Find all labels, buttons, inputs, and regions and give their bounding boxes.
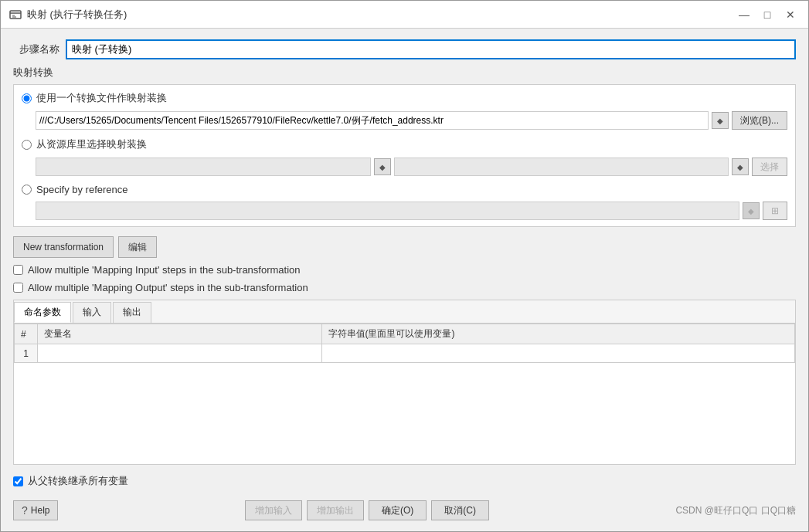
radio-file-label: 使用一个转换文件作映射装换 bbox=[36, 91, 167, 105]
action-buttons-row: New transformation 编辑 bbox=[13, 236, 796, 258]
step-name-input[interactable] bbox=[66, 39, 796, 59]
bottom-buttons-row: ? Help 增加输入 增加输出 确定(O) 取消(C) CSDN @旺仔口Q口… bbox=[13, 496, 796, 524]
col-header-value: 字符串值(里面里可以使用变量) bbox=[321, 324, 795, 344]
window-icon bbox=[8, 8, 22, 22]
tabs-area: 命名参数 输入 输出 # 变量名 字符串值(里面里可以使用变量) bbox=[13, 300, 796, 465]
add-input-button[interactable]: 增加输入 bbox=[245, 500, 302, 520]
tabs-header: 命名参数 输入 输出 bbox=[14, 300, 795, 324]
file-path-input[interactable] bbox=[36, 111, 709, 130]
mapping-section: 映射转换 使用一个转换文件作映射装换 ◆ 浏览(B)... 从资源库里选择映射装… bbox=[13, 66, 796, 227]
add-output-button[interactable]: 增加输出 bbox=[307, 500, 364, 520]
file-path-row: ◆ 浏览(B)... bbox=[36, 111, 787, 130]
allow-output-checkbox[interactable] bbox=[13, 283, 23, 293]
step-name-label: 步骤名称 bbox=[13, 42, 59, 56]
inherit-vars-label: 从父转换继承所有变量 bbox=[28, 474, 128, 488]
maximize-button[interactable]: □ bbox=[757, 6, 777, 23]
row-varname-1[interactable] bbox=[38, 344, 322, 363]
radio-ref-label: Specify by reference bbox=[36, 184, 128, 195]
confirm-button[interactable]: 确定(O) bbox=[369, 500, 427, 520]
watermark: CSDN @旺仔口Q口 口Q口糖 bbox=[675, 504, 796, 517]
file-diamond-btn[interactable]: ◆ bbox=[712, 112, 729, 129]
tab-named-params[interactable]: 命名参数 bbox=[14, 302, 71, 323]
allow-input-checkbox[interactable] bbox=[13, 265, 23, 275]
main-content: 步骤名称 映射转换 使用一个转换文件作映射装换 ◆ 浏览(B)... bbox=[1, 29, 808, 531]
cancel-button[interactable]: 取消(C) bbox=[431, 500, 489, 520]
bottom-center-buttons: 增加输入 增加输出 确定(O) 取消(C) bbox=[245, 500, 489, 520]
radio-repo[interactable] bbox=[22, 140, 32, 150]
repo-diamond-btn-2[interactable]: ◆ bbox=[732, 158, 749, 175]
allow-output-label: Allow multiple 'Mapping Output' steps in… bbox=[28, 282, 308, 293]
allow-input-label: Allow multiple 'Mapping Input' steps in … bbox=[28, 264, 301, 276]
window-controls: — □ ✕ bbox=[734, 6, 801, 23]
table-row: 1 bbox=[15, 344, 795, 363]
col-header-varname: 变量名 bbox=[38, 324, 322, 344]
radio-repo-row: 从资源库里选择映射装换 bbox=[22, 137, 787, 151]
allow-output-checkbox-row: Allow multiple 'Mapping Output' steps in… bbox=[13, 282, 796, 293]
browse-button[interactable]: 浏览(B)... bbox=[732, 111, 787, 130]
help-button[interactable]: ? Help bbox=[13, 500, 58, 520]
minimize-button[interactable]: — bbox=[734, 6, 754, 23]
edit-button[interactable]: 编辑 bbox=[118, 236, 157, 258]
step-name-row: 步骤名称 bbox=[13, 39, 796, 59]
radio-ref-row: Specify by reference bbox=[22, 184, 787, 195]
radio-file[interactable] bbox=[22, 93, 32, 103]
repo-input-2[interactable] bbox=[394, 158, 729, 176]
row-num-1: 1 bbox=[15, 344, 38, 363]
help-label: Help bbox=[31, 505, 50, 516]
tab-content-named-params: # 变量名 字符串值(里面里可以使用变量) 1 bbox=[14, 324, 795, 464]
radio-ref[interactable] bbox=[22, 185, 32, 195]
col-header-num: # bbox=[15, 324, 38, 344]
main-window: 映射 (执行子转换任务) — □ ✕ 步骤名称 映射转换 使用一个转换文件作映射… bbox=[0, 0, 809, 532]
tab-output[interactable]: 输出 bbox=[113, 302, 151, 323]
inherit-row: 从父转换继承所有变量 bbox=[13, 471, 796, 491]
inherit-vars-checkbox[interactable] bbox=[13, 476, 23, 486]
new-transformation-button[interactable]: New transformation bbox=[13, 236, 114, 258]
close-button[interactable]: ✕ bbox=[780, 6, 801, 23]
row-value-1[interactable] bbox=[321, 344, 795, 363]
bottom-area: 从父转换继承所有变量 ? Help 增加输入 增加输出 确定(O) 取消(C) … bbox=[13, 471, 796, 524]
radio-group: 使用一个转换文件作映射装换 ◆ 浏览(B)... 从资源库里选择映射装换 ◆ ◆ bbox=[13, 84, 796, 227]
title-bar: 映射 (执行子转换任务) — □ ✕ bbox=[1, 1, 808, 29]
mapping-section-label: 映射转换 bbox=[13, 66, 796, 80]
params-table: # 变量名 字符串值(里面里可以使用变量) 1 bbox=[14, 324, 795, 363]
ref-path-row: ◆ ⊞ bbox=[36, 202, 787, 220]
repo-path-row: ◆ ◆ 选择 bbox=[36, 158, 787, 176]
window-title: 映射 (执行子转换任务) bbox=[27, 8, 734, 22]
repo-input-1[interactable] bbox=[36, 158, 371, 176]
ref-input[interactable] bbox=[36, 202, 739, 220]
allow-input-checkbox-row: Allow multiple 'Mapping Input' steps in … bbox=[13, 264, 796, 276]
radio-file-row: 使用一个转换文件作映射装换 bbox=[22, 91, 787, 105]
repo-diamond-btn-1[interactable]: ◆ bbox=[374, 158, 391, 175]
radio-repo-label: 从资源库里选择映射装换 bbox=[36, 137, 147, 151]
question-icon: ? bbox=[22, 504, 28, 517]
select-button[interactable]: 选择 bbox=[752, 158, 787, 176]
tab-input[interactable]: 输入 bbox=[73, 302, 111, 323]
ref-select-button[interactable]: ⊞ bbox=[763, 202, 787, 220]
ref-diamond-btn[interactable]: ◆ bbox=[743, 202, 760, 219]
